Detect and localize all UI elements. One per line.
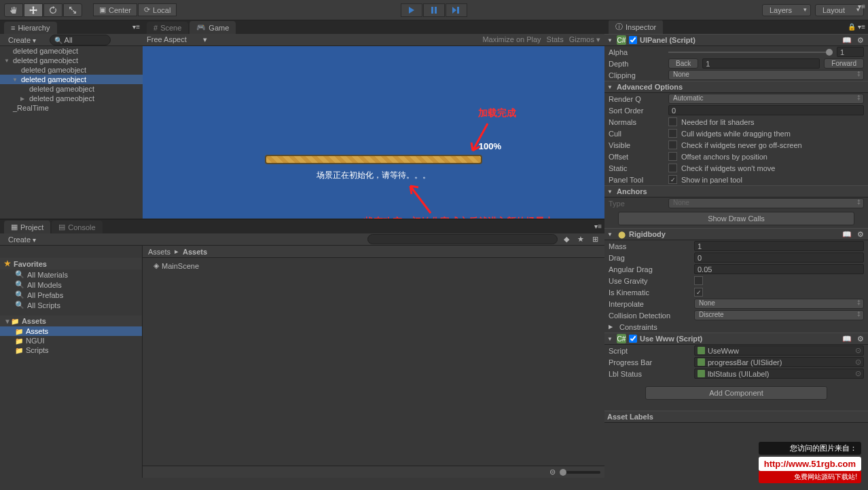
hierarchy-item[interactable]: deleted gameobject (0, 46, 143, 56)
favorite-item[interactable]: 🔍All Models (0, 280, 142, 290)
scale-tool[interactable] (63, 3, 82, 17)
paneltool-checkbox[interactable] (668, 175, 677, 184)
usewww-enabled-checkbox[interactable] (629, 335, 637, 343)
scene-tab[interactable]: #Scene (147, 22, 188, 34)
progressbar-field[interactable]: progressBar (UISlider) (694, 357, 864, 367)
uipanel-enabled-checkbox[interactable] (629, 36, 637, 44)
depth-forward-button[interactable]: Forward (824, 58, 864, 69)
hierarchy-item[interactable]: deleted gameobject (0, 65, 143, 75)
breadcrumb-item[interactable]: Assets (183, 248, 207, 256)
filter-icon-1[interactable]: ◆ (562, 235, 571, 244)
mass-field[interactable] (694, 241, 864, 251)
breadcrumb-item[interactable]: Assets (148, 248, 170, 256)
rotate-tool[interactable] (43, 3, 62, 17)
project-tab[interactable]: ▦Project (4, 221, 50, 233)
stats-toggle[interactable]: Stats (547, 35, 564, 44)
icon-size-slider[interactable] (560, 471, 600, 474)
play-button[interactable] (401, 3, 422, 17)
renderq-dropdown[interactable]: Automatic (668, 94, 864, 104)
hidden-icon[interactable]: ⊝ (549, 468, 556, 476)
layers-dropdown[interactable]: Layers (762, 4, 811, 16)
clipping-dropdown[interactable]: None (668, 70, 864, 80)
gear-icon[interactable]: ⚙ (856, 335, 865, 343)
lock-icon[interactable]: 🔒 (848, 23, 856, 31)
help-icon[interactable]: 📖 (841, 230, 853, 239)
iskinematic-checkbox[interactable] (694, 288, 703, 297)
hierarchy-options-icon[interactable]: ▾≡ (132, 23, 140, 31)
rigidbody-header[interactable]: ▼ ⬤ Rigidbody 📖 ⚙ (604, 228, 868, 240)
favorites-header[interactable]: ★Favorites (0, 258, 142, 269)
collision-dropdown[interactable]: Discrete (694, 310, 864, 320)
normals-checkbox[interactable] (668, 117, 677, 126)
hierarchy-create-dropdown[interactable]: Create ▾ (4, 35, 46, 45)
sortorder-field[interactable] (668, 105, 864, 115)
asset-item[interactable]: ◈MainScene (148, 261, 599, 271)
layout-dropdown[interactable]: Layout (815, 4, 864, 16)
drag-field[interactable] (694, 252, 864, 263)
asset-labels-header[interactable]: Asset Labels (604, 411, 868, 423)
static-checkbox[interactable] (668, 164, 677, 172)
usewww-header[interactable]: ▼ C# Use Www (Script) 📖 ⚙ (604, 333, 868, 345)
hierarchy-item[interactable]: deleted gameobject (0, 84, 143, 94)
project-options-icon[interactable]: ▾≡ (594, 223, 602, 230)
lblstatus-field[interactable]: lblStatus (UILabel) (694, 369, 864, 379)
assets-header[interactable]: ▼📁Assets (0, 316, 142, 326)
favorite-item[interactable]: 🔍All Prefabs (0, 290, 142, 300)
favorite-item[interactable]: 🔍All Scripts (0, 300, 142, 310)
gizmos-toggle[interactable]: Gizmos ▾ (569, 35, 600, 44)
hand-tool[interactable] (4, 3, 23, 17)
game-tab[interactable]: 🎮Game (189, 21, 236, 34)
pause-button[interactable] (423, 3, 445, 17)
foldout-icon[interactable]: ▶ (609, 324, 615, 330)
project-create-dropdown[interactable]: Create ▾ (4, 235, 46, 244)
add-component-button[interactable]: Add Component (645, 386, 827, 400)
hierarchy-item[interactable]: ▼deleted gameobject (0, 75, 143, 84)
filter-icon-3[interactable]: ⊞ (590, 235, 600, 244)
favorite-item[interactable]: 🔍All Materials (0, 269, 142, 280)
hierarchy-item[interactable]: ▶deleted gameobject (0, 94, 143, 103)
folder-item[interactable]: 📁NGUI (0, 336, 142, 345)
project-sidebar[interactable]: ★Favorites 🔍All Materials🔍All Models🔍All… (0, 246, 143, 478)
angulardrag-field[interactable] (694, 264, 864, 274)
inspector-options-icon[interactable]: ▾≡ (858, 23, 865, 31)
step-button[interactable] (446, 3, 467, 17)
gear-icon[interactable]: ⚙ (856, 230, 865, 239)
script-field[interactable]: UseWww (694, 345, 864, 356)
offset-checkbox[interactable] (668, 152, 677, 161)
foldout-icon[interactable]: ▼ (607, 336, 614, 342)
center-pivot-toggle[interactable]: ▣Center (93, 3, 137, 16)
anchors-type-dropdown[interactable]: None (668, 198, 864, 208)
folder-item[interactable]: 📁Assets (0, 326, 142, 336)
alpha-field[interactable] (837, 47, 864, 57)
project-content[interactable]: ◈MainScene (143, 258, 604, 466)
foldout-icon[interactable]: ▼ (607, 231, 614, 238)
filter-icon-2[interactable]: ★ (575, 235, 586, 244)
uipanel-header[interactable]: ▼ C# UIPanel (Script) 📖 ⚙ (604, 34, 868, 46)
interpolate-dropdown[interactable]: None (694, 299, 864, 309)
tree-arrow-icon[interactable]: ▼ (4, 58, 11, 64)
center-options-icon[interactable]: ▾≡ (858, 3, 865, 10)
aspect-dropdown[interactable]: Free Aspect ▾ (147, 35, 207, 44)
hierarchy-tab[interactable]: ≡ Hierarchy (4, 22, 57, 34)
help-icon[interactable]: 📖 (841, 335, 853, 343)
advanced-options-header[interactable]: ▼ Advanced Options (604, 81, 868, 93)
foldout-icon[interactable]: ▼ (607, 84, 614, 90)
cull-checkbox[interactable] (668, 129, 677, 138)
maximize-toggle[interactable]: Maximize on Play (482, 35, 541, 44)
help-icon[interactable]: 📖 (841, 36, 853, 45)
show-draw-calls-button[interactable]: Show Draw Calls (618, 212, 854, 225)
console-tab[interactable]: ▤Console (52, 221, 102, 233)
tree-arrow-icon[interactable]: ▼ (12, 77, 19, 83)
foldout-icon[interactable]: ▼ (607, 189, 614, 195)
move-tool[interactable] (24, 3, 43, 17)
hierarchy-item[interactable]: _RealTime (0, 103, 143, 113)
hierarchy-search[interactable]: 🔍 All (50, 35, 111, 45)
hierarchy-item[interactable]: ▼deleted gameobject (0, 56, 143, 65)
gear-icon[interactable]: ⚙ (856, 36, 865, 45)
tree-arrow-icon[interactable]: ▶ (20, 96, 27, 102)
depth-field[interactable] (702, 58, 820, 69)
usegravity-checkbox[interactable] (694, 276, 703, 285)
project-search[interactable] (367, 234, 558, 244)
local-rotation-toggle[interactable]: ⟳Local (138, 3, 177, 16)
visible-checkbox[interactable] (668, 140, 677, 149)
